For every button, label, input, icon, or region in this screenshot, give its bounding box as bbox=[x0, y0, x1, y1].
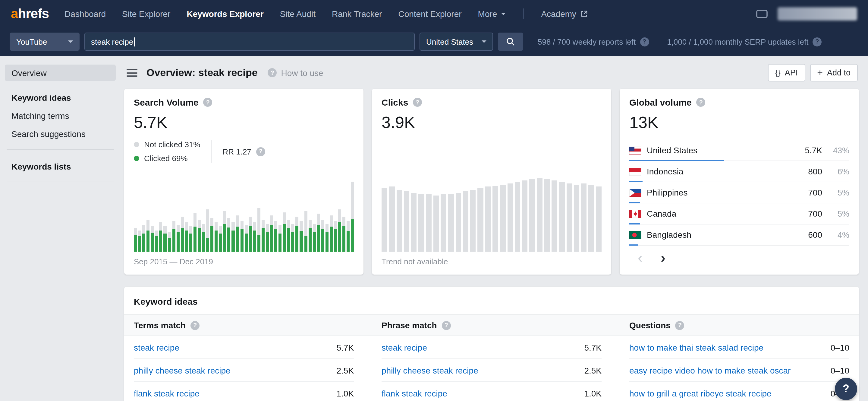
keyword-volume: 0–10 bbox=[831, 342, 849, 352]
help-question-icon[interactable] bbox=[204, 98, 213, 107]
column-header-phrase-match: Phrase match bbox=[381, 315, 601, 336]
help-question-icon[interactable] bbox=[675, 321, 684, 330]
academy-label: Academy bbox=[541, 9, 576, 19]
keyword-volume: 2.5K bbox=[584, 365, 601, 375]
keyword-volume: 1.0K bbox=[336, 388, 354, 398]
help-question-icon[interactable] bbox=[696, 98, 706, 107]
previous-page-button[interactable]: ‹ bbox=[638, 251, 643, 265]
global-volume-title: Global volume bbox=[629, 97, 692, 107]
nav-item-more[interactable]: More bbox=[478, 9, 506, 19]
keyword-link[interactable]: steak recipe bbox=[381, 342, 427, 352]
keyword-link[interactable]: flank steak recipe bbox=[134, 388, 199, 398]
country-volume: 5.7K bbox=[805, 145, 822, 155]
nav-item-academy[interactable]: Academy bbox=[541, 9, 588, 19]
logo-letter-a: a bbox=[11, 6, 18, 22]
search-volume-chart bbox=[134, 182, 354, 252]
app-root: a hrefs Dashboard Site Explorer Keywords… bbox=[0, 0, 868, 401]
country-percent: 5% bbox=[828, 209, 849, 218]
keyword-row: how to make thai steak salad recipe 0–10 bbox=[629, 336, 849, 359]
country-name: Bangladesh bbox=[647, 230, 803, 239]
keyword-link[interactable]: how to make thai steak salad recipe bbox=[629, 342, 764, 352]
keyword-link[interactable]: how to grill a great ribeye steak recipe bbox=[629, 388, 772, 398]
weekly-reports-text: 598 / 700 weekly reports left bbox=[538, 37, 636, 46]
nav-item-site-explorer[interactable]: Site Explorer bbox=[122, 9, 170, 19]
grey-dot-icon bbox=[134, 142, 139, 147]
nav-item-dashboard[interactable]: Dashboard bbox=[64, 9, 106, 19]
clicks-trend-note: Trend not available bbox=[381, 257, 601, 266]
add-to-button[interactable]: + Add to bbox=[810, 64, 858, 82]
window-icon[interactable] bbox=[756, 9, 768, 19]
search-input[interactable]: steak recipe bbox=[84, 33, 415, 51]
keyword-link[interactable]: flank steak recipe bbox=[381, 388, 447, 398]
not-clicked-label: Not clicked 31% bbox=[144, 140, 200, 149]
keyword-link[interactable]: easy recipe video how to make steak osca… bbox=[629, 365, 790, 375]
serp-updates-text: 1,000 / 1,000 monthly SERP updates left bbox=[667, 37, 808, 46]
primary-nav: Dashboard Site Explorer Keywords Explore… bbox=[64, 8, 588, 19]
country-row-philippines[interactable]: Philippines 700 5% bbox=[629, 182, 849, 203]
column-header-terms-match: Terms match bbox=[134, 315, 354, 336]
country-name: Canada bbox=[647, 209, 803, 219]
keyword-link[interactable]: philly cheese steak recipe bbox=[134, 365, 230, 375]
country-volume: 700 bbox=[808, 188, 822, 197]
sidebar: Overview Keyword ideas Matching terms Se… bbox=[0, 56, 121, 401]
help-question-icon[interactable] bbox=[640, 37, 649, 46]
account-area-blurred[interactable] bbox=[778, 7, 857, 20]
logo-rest: hrefs bbox=[18, 6, 49, 22]
clicked-legend-item: Clicked 69% bbox=[134, 154, 200, 163]
country-percent: 4% bbox=[828, 230, 849, 239]
questions-column: how to make thai steak salad recipe 0–10… bbox=[629, 336, 849, 401]
country-select[interactable]: United States bbox=[420, 33, 493, 51]
nav-divider bbox=[523, 8, 524, 19]
nav-item-rank-tracker[interactable]: Rank Tracker bbox=[332, 9, 382, 19]
country-name: Indonesia bbox=[647, 167, 803, 176]
nav-item-site-audit[interactable]: Site Audit bbox=[280, 9, 315, 19]
nav-item-keywords-explorer[interactable]: Keywords Explorer bbox=[187, 9, 264, 19]
nav-right-area bbox=[756, 7, 857, 20]
query-text: steak recipe bbox=[91, 37, 133, 46]
clicked-legend: Not clicked 31% Clicked 69% bbox=[134, 140, 200, 163]
help-question-icon[interactable] bbox=[442, 321, 451, 330]
help-question-icon bbox=[268, 68, 277, 77]
search-volume-range: Sep 2015 — Dec 2019 bbox=[134, 257, 354, 266]
search-volume-meta: Not clicked 31% Clicked 69% RR 1.27 bbox=[134, 140, 354, 163]
global-volume-value: 13K bbox=[629, 113, 849, 132]
keyword-link[interactable]: philly cheese steak recipe bbox=[381, 365, 478, 375]
keyword-link[interactable]: steak recipe bbox=[134, 342, 179, 352]
clicks-card: Clicks 3.9K Trend not available bbox=[372, 89, 611, 275]
sidebar-item-overview[interactable]: Overview bbox=[5, 64, 116, 81]
country-row-indonesia[interactable]: Indonesia 800 6% bbox=[629, 161, 849, 182]
help-question-icon[interactable] bbox=[190, 321, 199, 330]
keyword-ideas-body: steak recipe 5.7K philly cheese steak re… bbox=[124, 336, 859, 401]
country-list-pagination: ‹ › bbox=[629, 251, 849, 265]
how-to-use-link[interactable]: How to use bbox=[268, 68, 323, 78]
search-button[interactable] bbox=[498, 33, 523, 51]
flag-philippines bbox=[629, 189, 641, 196]
help-question-icon[interactable] bbox=[413, 98, 422, 107]
sidebar-toggle-button[interactable] bbox=[125, 67, 138, 79]
header-actions: {} API + Add to bbox=[768, 64, 858, 82]
search-engine-select[interactable]: YouTube bbox=[10, 33, 80, 51]
sidebar-item-search-suggestions[interactable]: Search suggestions bbox=[11, 129, 109, 139]
global-volume-card: Global volume 13K bbox=[620, 89, 859, 275]
country-row-united-states[interactable]: United States 5.7K 43% bbox=[629, 140, 849, 161]
ahrefs-logo[interactable]: a hrefs bbox=[11, 6, 49, 22]
help-question-icon[interactable] bbox=[256, 147, 265, 156]
nav-item-content-explorer[interactable]: Content Explorer bbox=[398, 9, 461, 19]
next-page-button[interactable]: › bbox=[661, 251, 665, 265]
sidebar-header-keyword-ideas: Keyword ideas bbox=[11, 93, 109, 103]
country-row-canada[interactable]: Canada 700 5% bbox=[629, 203, 849, 225]
api-button[interactable]: {} API bbox=[768, 64, 805, 82]
clicks-value: 3.9K bbox=[381, 113, 601, 132]
sidebar-item-matching-terms[interactable]: Matching terms bbox=[11, 111, 109, 121]
top-navigation: a hrefs Dashboard Site Explorer Keywords… bbox=[0, 0, 868, 56]
sidebar-header-keywords-lists: Keywords lists bbox=[11, 162, 109, 171]
chevron-down-icon bbox=[482, 40, 487, 43]
help-question-icon[interactable] bbox=[812, 37, 822, 46]
country-row-bangladesh[interactable]: Bangladesh 600 4% bbox=[629, 225, 849, 246]
volume-share-bar bbox=[629, 245, 638, 246]
chevron-down-icon bbox=[501, 12, 505, 15]
help-floating-button[interactable]: ? bbox=[835, 378, 857, 400]
flag-united-states bbox=[629, 146, 641, 154]
plus-icon: + bbox=[817, 68, 823, 78]
return-rate: RR 1.27 bbox=[222, 147, 265, 156]
